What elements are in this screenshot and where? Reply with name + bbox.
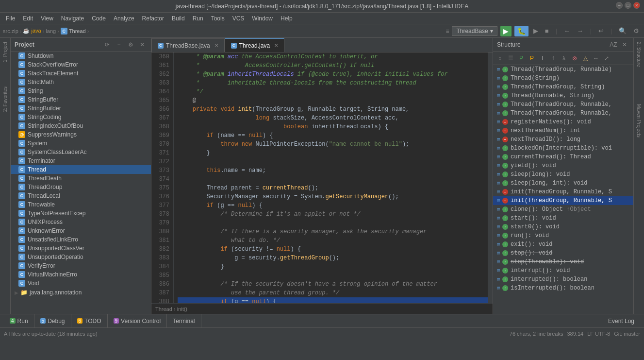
project-item-throwable[interactable]: C Throwable: [11, 200, 151, 209]
struct-item-17[interactable]: m ↑ start(): void: [493, 214, 633, 223]
project-item-stringbuilder[interactable]: C StringBuilder: [11, 104, 151, 113]
project-item-shutdown[interactable]: C Shutdown: [11, 51, 151, 60]
bottom-tab-eventlog[interactable]: Event Log: [602, 316, 640, 326]
project-folder-annotation[interactable]: ▶ 📁 java.lang.annotation: [11, 288, 151, 297]
stop-button[interactable]: ■: [543, 26, 551, 35]
bottom-tab-todo[interactable]: 6 TODO: [71, 314, 108, 327]
debug-button[interactable]: 🐛: [514, 26, 528, 36]
minimize-btn[interactable]: –: [616, 2, 623, 9]
menu-vcs[interactable]: VCS: [229, 14, 248, 23]
project-close-btn[interactable]: ✕: [137, 40, 147, 50]
project-item-string[interactable]: C String: [11, 86, 151, 95]
project-item-threaddeath[interactable]: C ThreadDeath: [11, 174, 151, 183]
project-strip-label[interactable]: 1: Project: [1, 40, 9, 64]
menu-code[interactable]: Code: [88, 14, 110, 23]
project-item-systemclassloader[interactable]: C SystemClassLoaderAc: [11, 148, 151, 156]
project-item-stringindex[interactable]: C StringIndexOutOfBou: [11, 121, 151, 130]
structure-strip-label[interactable]: 2: Structure: [635, 38, 643, 71]
struct-error-btn[interactable]: ⊗: [570, 53, 579, 63]
favorites-strip-label[interactable]: 2: Favorites: [1, 85, 9, 114]
undo-button[interactable]: ↩: [596, 26, 606, 35]
tab-thread[interactable]: C Thread.java ✕: [225, 38, 284, 52]
tab-threadbase[interactable]: C ThreadBase.java ✕: [151, 38, 225, 52]
menu-window[interactable]: Window: [248, 14, 277, 23]
maximize-btn[interactable]: □: [625, 2, 631, 9]
struct-item-2[interactable]: m ↑ Thread(ThreadGroup, String): [493, 83, 633, 91]
struct-item-23[interactable]: m ↑ interrupt(): void: [493, 266, 633, 275]
close-btn[interactable]: ✕: [633, 2, 640, 9]
struct-item-18[interactable]: m ↑ start0(): void: [493, 223, 633, 231]
struct-protected-btn[interactable]: P: [527, 53, 537, 63]
menu-help[interactable]: Help: [277, 14, 297, 23]
project-item-threadgroup[interactable]: C ThreadGroup: [11, 183, 151, 191]
tab-threadbase-close[interactable]: ✕: [215, 43, 218, 48]
struct-item-0[interactable]: m ↑ Thread(ThreadGroup, Runnable): [493, 65, 633, 74]
bottom-tab-run[interactable]: 4 Run: [4, 314, 34, 327]
struct-item-1[interactable]: m ↑ Thread(String): [493, 74, 633, 83]
struct-item-19[interactable]: m ↑ run(): void: [493, 231, 633, 240]
run-config-dropdown[interactable]: ThreadBase ▾: [452, 26, 497, 36]
struct-item-3[interactable]: m ↑ Thread(Runnable, String): [493, 91, 633, 100]
project-item-virtualmachine[interactable]: C VirtualMachineErro: [11, 270, 151, 279]
struct-expand-all-btn[interactable]: ⤢: [602, 53, 611, 63]
breadcrumb-lang[interactable]: lang: [46, 28, 56, 34]
code-area[interactable]: * @param acc the AccessControlContext to…: [174, 52, 488, 303]
tab-thread-close[interactable]: ✕: [274, 43, 278, 48]
project-item-stackoverflow[interactable]: C StackOverflowError: [11, 60, 151, 69]
project-sync-btn[interactable]: ⟳: [102, 40, 112, 50]
back-button[interactable]: ←: [562, 26, 572, 35]
struct-item-13[interactable]: m ↑ sleep(long, int): void: [493, 179, 633, 188]
structure-close-btn[interactable]: ✕: [620, 40, 629, 50]
struct-item-8[interactable]: m − nextThreadID(): long: [493, 135, 633, 144]
struct-item-5[interactable]: m ↑ Thread(ThreadGroup, Runnable,: [493, 109, 633, 118]
struct-field-btn[interactable]: f: [548, 53, 558, 63]
struct-warning-btn[interactable]: △: [580, 53, 590, 63]
menu-refactor[interactable]: Refactor: [138, 14, 168, 23]
bottom-tab-vcs[interactable]: 9 Version Control: [108, 314, 167, 327]
menu-analyze[interactable]: Analyze: [110, 14, 138, 23]
settings-button[interactable]: ⚙: [631, 26, 641, 35]
struct-item-15[interactable]: m − init(ThreadGroup, Runnable, S: [493, 196, 633, 205]
editor-scrollbar[interactable]: [488, 52, 493, 303]
struct-item-10[interactable]: m ↑ currentThread(): Thread: [493, 153, 633, 161]
struct-item-14[interactable]: m − init(ThreadGroup, Runnable, S: [493, 188, 633, 196]
menu-tools[interactable]: Tools: [207, 14, 229, 23]
project-item-thread[interactable]: C Thread: [11, 165, 151, 174]
struct-item-22[interactable]: m ↑ stop(Throwable): void: [493, 257, 633, 266]
struct-anon-btn[interactable]: λ: [559, 53, 569, 63]
project-item-system[interactable]: C System: [11, 139, 151, 148]
struct-item-9[interactable]: m ↑ blockedOn(Interruptible): voi: [493, 144, 633, 153]
coverage-button[interactable]: ▶: [531, 26, 540, 35]
struct-sort-btn[interactable]: ↕: [495, 53, 505, 63]
breadcrumb-thread[interactable]: Thread: [69, 28, 86, 34]
struct-item-16[interactable]: m ↑ clone(): Object ↑Object: [493, 205, 633, 214]
project-item-unixprocess[interactable]: C UNIXProcess: [11, 218, 151, 226]
run-button[interactable]: ▶: [500, 26, 512, 36]
breadcrumb-java[interactable]: ☕ java: [23, 28, 41, 34]
struct-item-4[interactable]: m ↑ Thread(ThreadGroup, Runnable,: [493, 100, 633, 109]
struct-public-btn[interactable]: P: [516, 53, 526, 63]
struct-item-24[interactable]: m ↑ interrupted(): boolean: [493, 275, 633, 284]
struct-item-20[interactable]: m ↑ exit(): void: [493, 240, 633, 249]
project-item-threadlocal[interactable]: C ThreadLocal: [11, 191, 151, 200]
struct-expand-btn[interactable]: ↔: [591, 53, 601, 63]
project-item-verifyerror[interactable]: C VerifyError: [11, 261, 151, 270]
structure-sort-az-btn[interactable]: AZ: [609, 40, 618, 50]
struct-item-7[interactable]: m − nextThreadNum(): int: [493, 126, 633, 135]
struct-item-11[interactable]: m ↑ yield(): void: [493, 161, 633, 170]
struct-item-25[interactable]: m ↑ isInterrupted(): boolean: [493, 284, 633, 292]
bottom-tab-debug[interactable]: 5 Debug: [34, 314, 71, 327]
project-collapse-btn[interactable]: −: [114, 40, 124, 50]
struct-inherited-btn[interactable]: I: [538, 53, 547, 63]
menu-run[interactable]: Run: [189, 14, 207, 23]
project-item-void[interactable]: C Void: [11, 279, 151, 288]
project-item-strictmath[interactable]: C StrictMath: [11, 78, 151, 86]
project-item-unsatisfied[interactable]: C UnsatisfiedLinkErro: [11, 235, 151, 244]
struct-item-21[interactable]: m ↑ stop(): void: [493, 249, 633, 257]
project-settings-btn[interactable]: ⚙: [126, 40, 135, 50]
project-item-terminator[interactable]: C Terminator: [11, 156, 151, 165]
project-item-typenotpresent[interactable]: C TypeNotPresentExcep: [11, 209, 151, 218]
search-everywhere-button[interactable]: 🔍: [617, 26, 628, 35]
forward-button[interactable]: →: [575, 26, 585, 35]
menu-edit[interactable]: Edit: [19, 14, 37, 23]
